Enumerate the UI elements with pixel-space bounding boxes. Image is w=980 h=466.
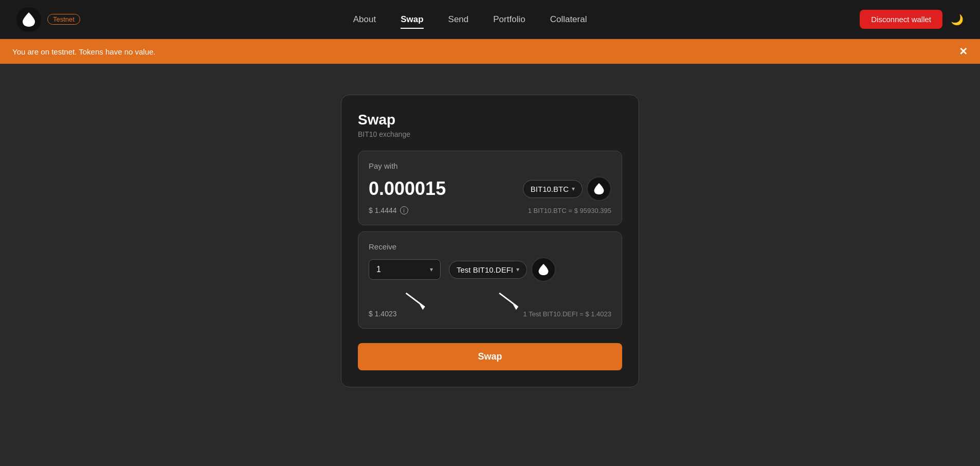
header-nav: About Swap Send Portfolio Collateral (353, 12, 587, 27)
receive-token-chevron-icon: ▾ (516, 266, 519, 273)
swap-button[interactable]: Swap (358, 343, 622, 370)
receive-usd-value: $ 1.4023 (369, 310, 397, 318)
pay-token-label: BIT10.BTC (531, 185, 569, 193)
swap-card: Swap BIT10 exchange Pay with 0.000015 BI… (341, 95, 639, 387)
svg-marker-3 (513, 303, 518, 310)
disconnect-wallet-button[interactable]: Disconnect wallet (860, 10, 942, 29)
pay-token-selector: BIT10.BTC ▾ (523, 176, 611, 201)
svg-line-2 (499, 293, 518, 307)
swap-subtitle: BIT10 exchange (358, 130, 622, 138)
pay-token-chevron-icon: ▾ (572, 185, 575, 192)
pay-usd-value: $ 1.4444 i (369, 206, 408, 214)
pay-token-dropdown[interactable]: BIT10.BTC ▾ (523, 180, 583, 198)
pay-with-label: Pay with (369, 162, 611, 170)
testnet-banner: You are on testnet. Tokens have no value… (0, 39, 980, 64)
receive-token-label: Test BIT10.DEFI (457, 265, 513, 274)
nav-item-portfolio[interactable]: Portfolio (493, 12, 525, 27)
header-left: Testnet (16, 7, 80, 32)
nav-item-send[interactable]: Send (448, 12, 469, 27)
banner-close-button[interactable]: ✕ (959, 45, 968, 58)
nav-item-swap[interactable]: Swap (401, 12, 423, 27)
receive-quantity-value: 1 (376, 265, 381, 274)
pay-token-logo (587, 176, 611, 201)
testnet-badge: Testnet (47, 14, 80, 25)
receive-token-dropdown[interactable]: Test BIT10.DEFI ▾ (449, 261, 527, 279)
receive-quantity-dropdown[interactable]: 1 ▾ (369, 259, 441, 280)
pay-info-icon[interactable]: i (400, 206, 408, 214)
theme-toggle-button[interactable]: 🌙 (951, 13, 964, 26)
receive-token-selector: Test BIT10.DEFI ▾ (449, 257, 556, 282)
nav-item-collateral[interactable]: Collateral (550, 12, 587, 27)
main-content: Swap BIT10 exchange Pay with 0.000015 BI… (0, 64, 980, 387)
pay-amount: 0.000015 (369, 178, 446, 200)
pay-with-section: Pay with 0.000015 BIT10.BTC ▾ (358, 151, 622, 225)
header-right: Disconnect wallet 🌙 (860, 10, 964, 29)
svg-line-0 (406, 293, 425, 307)
pay-footer: $ 1.4444 i 1 BIT10.BTC = $ 95930.395 (369, 206, 611, 214)
receive-footer: $ 1.4023 1 Test BIT10.DEFI = $ 1.4023 (369, 310, 611, 318)
swap-title: Swap (358, 112, 622, 128)
receive-label: Receive (369, 242, 611, 251)
receive-token-logo (531, 257, 556, 282)
receive-rate: 1 Test BIT10.DEFI = $ 1.4023 (523, 310, 611, 318)
nav-item-about[interactable]: About (353, 12, 376, 27)
pay-rate: 1 BIT10.BTC = $ 95930.395 (528, 207, 611, 214)
receive-quantity-chevron-icon: ▾ (430, 266, 433, 273)
svg-marker-1 (419, 303, 425, 310)
header: Testnet About Swap Send Portfolio Collat… (0, 0, 980, 39)
receive-section: Receive 1 ▾ Test BIT10.DEFI ▾ (358, 231, 622, 329)
pay-with-row: 0.000015 BIT10.BTC ▾ (369, 176, 611, 201)
banner-message: You are on testnet. Tokens have no value… (12, 47, 156, 56)
logo (16, 7, 41, 32)
receive-row: 1 ▾ Test BIT10.DEFI ▾ (369, 257, 611, 282)
annotation-area: $ 1.4023 1 Test BIT10.DEFI = $ 1.4023 (369, 287, 611, 318)
